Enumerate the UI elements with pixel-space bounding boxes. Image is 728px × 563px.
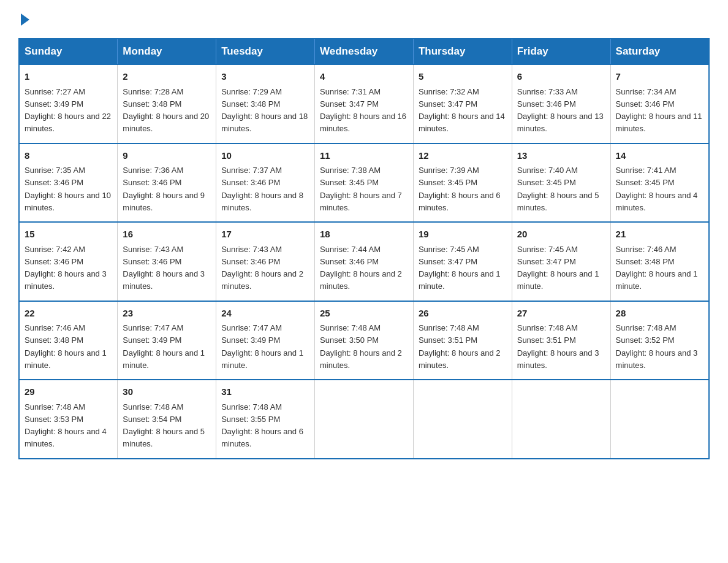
calendar-day-cell: 29Sunrise: 7:48 AMSunset: 3:53 PMDayligh… xyxy=(19,380,118,459)
calendar-day-cell: 5Sunrise: 7:32 AMSunset: 3:47 PMDaylight… xyxy=(413,64,512,144)
calendar-day-cell: 9Sunrise: 7:36 AMSunset: 3:46 PMDaylight… xyxy=(118,144,216,223)
day-number: 1 xyxy=(25,70,112,84)
day-number: 22 xyxy=(25,307,112,321)
logo xyxy=(18,12,29,26)
calendar-day-cell: 12Sunrise: 7:39 AMSunset: 3:45 PMDayligh… xyxy=(413,144,512,223)
day-info: Sunrise: 7:38 AMSunset: 3:45 PMDaylight:… xyxy=(320,166,402,212)
calendar-day-cell: 23Sunrise: 7:47 AMSunset: 3:49 PMDayligh… xyxy=(118,301,216,380)
calendar-day-cell xyxy=(315,380,414,459)
day-number: 2 xyxy=(123,70,211,84)
day-number: 6 xyxy=(517,70,605,84)
page-header xyxy=(18,12,710,26)
day-number: 18 xyxy=(320,228,408,242)
calendar-day-cell: 10Sunrise: 7:37 AMSunset: 3:46 PMDayligh… xyxy=(216,144,315,223)
day-number: 5 xyxy=(419,70,507,84)
calendar-day-cell: 18Sunrise: 7:44 AMSunset: 3:46 PMDayligh… xyxy=(315,222,414,301)
calendar-day-cell: 19Sunrise: 7:45 AMSunset: 3:47 PMDayligh… xyxy=(413,222,512,301)
calendar-day-cell xyxy=(610,380,709,459)
calendar-day-cell: 30Sunrise: 7:48 AMSunset: 3:54 PMDayligh… xyxy=(118,380,216,459)
day-info: Sunrise: 7:43 AMSunset: 3:46 PMDaylight:… xyxy=(123,245,205,291)
calendar-day-cell: 13Sunrise: 7:40 AMSunset: 3:45 PMDayligh… xyxy=(512,144,610,223)
day-info: Sunrise: 7:27 AMSunset: 3:49 PMDaylight:… xyxy=(25,87,111,134)
calendar-day-cell: 21Sunrise: 7:46 AMSunset: 3:48 PMDayligh… xyxy=(610,222,709,301)
calendar-day-cell: 2Sunrise: 7:28 AMSunset: 3:48 PMDaylight… xyxy=(118,64,216,144)
day-number: 20 xyxy=(517,228,605,242)
day-number: 10 xyxy=(221,149,309,163)
day-info: Sunrise: 7:42 AMSunset: 3:46 PMDaylight:… xyxy=(25,245,107,291)
calendar-week-row: 29Sunrise: 7:48 AMSunset: 3:53 PMDayligh… xyxy=(19,380,709,459)
calendar-day-cell: 11Sunrise: 7:38 AMSunset: 3:45 PMDayligh… xyxy=(315,144,414,223)
day-number: 4 xyxy=(320,70,408,84)
day-info: Sunrise: 7:39 AMSunset: 3:45 PMDaylight:… xyxy=(419,166,501,212)
day-number: 29 xyxy=(25,385,112,399)
calendar-day-cell xyxy=(413,380,512,459)
day-number: 16 xyxy=(123,228,211,242)
day-number: 12 xyxy=(419,149,507,163)
day-number: 23 xyxy=(123,307,211,321)
calendar-day-cell: 22Sunrise: 7:46 AMSunset: 3:48 PMDayligh… xyxy=(19,301,118,380)
calendar-day-cell: 7Sunrise: 7:34 AMSunset: 3:46 PMDaylight… xyxy=(610,64,709,144)
day-number: 8 xyxy=(25,149,112,163)
day-info: Sunrise: 7:34 AMSunset: 3:46 PMDaylight:… xyxy=(616,87,702,134)
calendar-day-cell: 4Sunrise: 7:31 AMSunset: 3:47 PMDaylight… xyxy=(315,64,414,144)
day-number: 28 xyxy=(616,307,703,321)
day-number: 21 xyxy=(616,228,703,242)
day-info: Sunrise: 7:31 AMSunset: 3:47 PMDaylight:… xyxy=(320,87,406,134)
day-info: Sunrise: 7:46 AMSunset: 3:48 PMDaylight:… xyxy=(616,245,698,291)
day-number: 25 xyxy=(320,307,408,321)
calendar-day-cell: 17Sunrise: 7:43 AMSunset: 3:46 PMDayligh… xyxy=(216,222,315,301)
day-info: Sunrise: 7:48 AMSunset: 3:50 PMDaylight:… xyxy=(320,323,402,370)
calendar-header-sunday: Sunday xyxy=(19,39,118,64)
calendar-week-row: 22Sunrise: 7:46 AMSunset: 3:48 PMDayligh… xyxy=(19,301,709,380)
calendar-week-row: 1Sunrise: 7:27 AMSunset: 3:49 PMDaylight… xyxy=(19,64,709,144)
day-info: Sunrise: 7:40 AMSunset: 3:45 PMDaylight:… xyxy=(517,166,599,212)
calendar-day-cell xyxy=(512,380,610,459)
day-info: Sunrise: 7:43 AMSunset: 3:46 PMDaylight:… xyxy=(221,245,303,291)
calendar-week-row: 8Sunrise: 7:35 AMSunset: 3:46 PMDaylight… xyxy=(19,144,709,223)
day-info: Sunrise: 7:41 AMSunset: 3:45 PMDaylight:… xyxy=(616,166,698,212)
calendar-day-cell: 16Sunrise: 7:43 AMSunset: 3:46 PMDayligh… xyxy=(118,222,216,301)
calendar-header-tuesday: Tuesday xyxy=(216,39,315,64)
day-info: Sunrise: 7:48 AMSunset: 3:52 PMDaylight:… xyxy=(616,323,698,370)
calendar-week-row: 15Sunrise: 7:42 AMSunset: 3:46 PMDayligh… xyxy=(19,222,709,301)
calendar-header-friday: Friday xyxy=(512,39,610,64)
day-info: Sunrise: 7:48 AMSunset: 3:51 PMDaylight:… xyxy=(517,323,599,370)
day-number: 27 xyxy=(517,307,605,321)
day-number: 31 xyxy=(221,385,309,399)
day-number: 13 xyxy=(517,149,605,163)
day-info: Sunrise: 7:36 AMSunset: 3:46 PMDaylight:… xyxy=(123,166,205,212)
calendar-day-cell: 6Sunrise: 7:33 AMSunset: 3:46 PMDaylight… xyxy=(512,64,610,144)
day-info: Sunrise: 7:32 AMSunset: 3:47 PMDaylight:… xyxy=(419,87,505,134)
day-number: 11 xyxy=(320,149,408,163)
day-info: Sunrise: 7:44 AMSunset: 3:46 PMDaylight:… xyxy=(320,245,402,291)
day-info: Sunrise: 7:48 AMSunset: 3:51 PMDaylight:… xyxy=(419,323,501,370)
calendar-header-thursday: Thursday xyxy=(413,39,512,64)
calendar-day-cell: 27Sunrise: 7:48 AMSunset: 3:51 PMDayligh… xyxy=(512,301,610,380)
day-info: Sunrise: 7:46 AMSunset: 3:48 PMDaylight:… xyxy=(25,323,107,370)
calendar-day-cell: 31Sunrise: 7:48 AMSunset: 3:55 PMDayligh… xyxy=(216,380,315,459)
day-info: Sunrise: 7:47 AMSunset: 3:49 PMDaylight:… xyxy=(221,323,303,370)
day-number: 3 xyxy=(221,70,309,84)
calendar-header-wednesday: Wednesday xyxy=(315,39,414,64)
day-info: Sunrise: 7:47 AMSunset: 3:49 PMDaylight:… xyxy=(123,323,205,370)
calendar-header-monday: Monday xyxy=(118,39,216,64)
day-number: 15 xyxy=(25,228,112,242)
day-info: Sunrise: 7:48 AMSunset: 3:55 PMDaylight:… xyxy=(221,402,303,449)
calendar-day-cell: 8Sunrise: 7:35 AMSunset: 3:46 PMDaylight… xyxy=(19,144,118,223)
calendar-day-cell: 3Sunrise: 7:29 AMSunset: 3:48 PMDaylight… xyxy=(216,64,315,144)
day-info: Sunrise: 7:48 AMSunset: 3:54 PMDaylight:… xyxy=(123,402,205,449)
calendar-day-cell: 26Sunrise: 7:48 AMSunset: 3:51 PMDayligh… xyxy=(413,301,512,380)
calendar-header-row: SundayMondayTuesdayWednesdayThursdayFrid… xyxy=(19,39,709,64)
day-number: 9 xyxy=(123,149,211,163)
day-info: Sunrise: 7:37 AMSunset: 3:46 PMDaylight:… xyxy=(221,166,303,212)
calendar-header-saturday: Saturday xyxy=(610,39,709,64)
calendar-day-cell: 25Sunrise: 7:48 AMSunset: 3:50 PMDayligh… xyxy=(315,301,414,380)
day-number: 24 xyxy=(221,307,309,321)
calendar-day-cell: 14Sunrise: 7:41 AMSunset: 3:45 PMDayligh… xyxy=(610,144,709,223)
calendar-day-cell: 20Sunrise: 7:45 AMSunset: 3:47 PMDayligh… xyxy=(512,222,610,301)
calendar-day-cell: 1Sunrise: 7:27 AMSunset: 3:49 PMDaylight… xyxy=(19,64,118,144)
day-number: 7 xyxy=(616,70,703,84)
day-info: Sunrise: 7:45 AMSunset: 3:47 PMDaylight:… xyxy=(517,245,599,291)
day-info: Sunrise: 7:45 AMSunset: 3:47 PMDaylight:… xyxy=(419,245,501,291)
calendar-table: SundayMondayTuesdayWednesdayThursdayFrid… xyxy=(18,38,710,459)
